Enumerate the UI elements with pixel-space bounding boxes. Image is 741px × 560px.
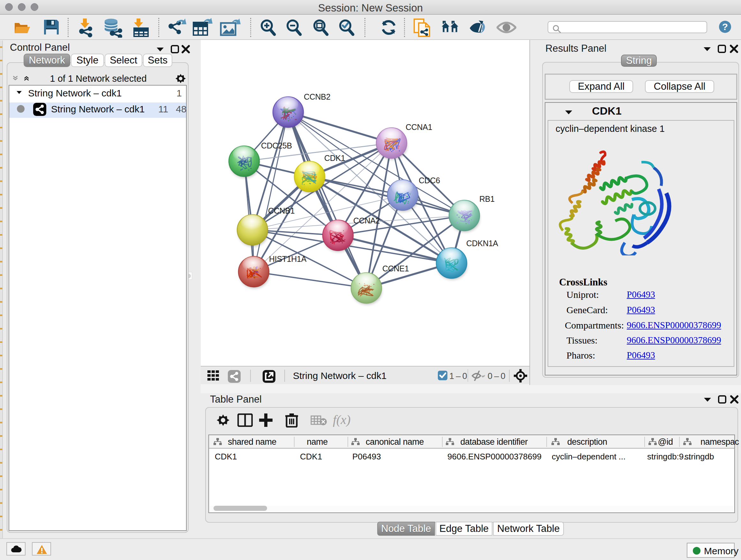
svg-text:CDC25B: CDC25B <box>261 141 292 150</box>
svg-text:CCNB2: CCNB2 <box>304 92 330 101</box>
svg-text:RB1: RB1 <box>479 194 495 203</box>
svg-text:CCNB1: CCNB1 <box>268 206 294 215</box>
svg-text:CCNE1: CCNE1 <box>382 264 409 273</box>
svg-text:CDKN1A: CDKN1A <box>466 239 498 248</box>
svg-text:CDC6: CDC6 <box>419 176 440 185</box>
svg-text:CCNA2: CCNA2 <box>353 216 380 225</box>
svg-text:CCNA1: CCNA1 <box>406 123 432 132</box>
svg-text:HIST1H1A: HIST1H1A <box>269 254 307 263</box>
svg-text:CDK1: CDK1 <box>324 153 345 163</box>
svg-text:?: ? <box>722 21 728 32</box>
